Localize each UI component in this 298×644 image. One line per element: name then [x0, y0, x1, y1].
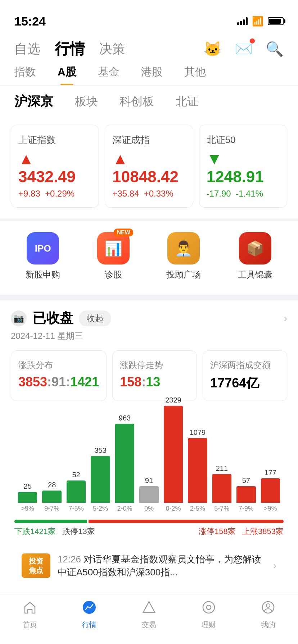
news-tag: 投资焦点: [22, 553, 50, 578]
stats-row: 涨跌分布 3853:91:1421 涨跌停走势 158:13 沪深两指成交额 1…: [11, 350, 287, 401]
index-section: 上证指数 ▲ 3432.49 +9.83 +0.29% 深证成指 ▲ 10848…: [0, 118, 298, 218]
bar-gt9-red: 177 >9%: [261, 469, 280, 512]
quick-zhengu[interactable]: 📊 NEW 诊股: [97, 232, 130, 280]
index-name-beizheng50: 北证50: [207, 134, 280, 146]
market-title: 已收盘: [32, 309, 73, 327]
market-chevron-icon[interactable]: ›: [284, 313, 287, 324]
svg-point-2: [203, 602, 215, 613]
top-nav: 自选 行情 决策 🐱 ✉️ 🔍: [0, 32, 298, 59]
bar-chart: 25 >9% 28 9-7% 52 7-5% 353 5-2% 963: [11, 412, 287, 537]
nav-icons: 🐱 ✉️ 🔍: [204, 41, 284, 58]
section-divider: [0, 295, 298, 300]
bottom-nav-mine[interactable]: 我的: [261, 600, 275, 630]
progress-labels: 下跌1421家 跌停13家 涨停158家 上涨3853家: [14, 526, 284, 537]
bars-area: 25 >9% 28 9-7% 52 7-5% 353 5-2% 963: [14, 412, 284, 512]
ipo-icon: IPO: [27, 232, 59, 264]
index-change-shangzheng: +9.83 +0.29%: [18, 189, 91, 199]
mail-badge: [250, 38, 255, 43]
market-nav-icon: [82, 600, 96, 618]
stat-volume-value: 17764亿: [210, 374, 280, 392]
trade-icon: [142, 600, 156, 618]
tab-agu[interactable]: A股: [58, 65, 76, 85]
market-title-row: 📷 已收盘 收起: [11, 309, 111, 327]
mail-icon[interactable]: ✉️: [235, 41, 253, 58]
bar-2-5-red: 1079 2-5%: [188, 428, 207, 512]
progress-green: [14, 520, 87, 523]
progress-red: [89, 520, 284, 523]
stat-trend[interactable]: 涨跌停走势 158:13: [112, 350, 197, 401]
nav-juece[interactable]: 决策: [99, 40, 125, 58]
market-nav-label: 行情: [82, 620, 96, 630]
news-banner[interactable]: 投资焦点 12:26 对话华夏基金指数观察员文怡亭，为您解读中证A500指数和沪…: [11, 544, 287, 588]
quick-gongju[interactable]: 📦 工具锦囊: [238, 232, 272, 280]
market-header: 📷 已收盘 收起 ›: [11, 309, 287, 327]
status-bar: 15:24 📶: [0, 0, 298, 32]
home-label: 首页: [23, 620, 37, 630]
bar-2-0-green: 963 2-0%: [115, 414, 134, 512]
search-icon[interactable]: 🔍: [266, 41, 284, 58]
news-arrow-icon[interactable]: ›: [273, 560, 276, 571]
cat-icon[interactable]: 🐱: [204, 41, 222, 58]
stat-trend-value: 158:13: [120, 374, 189, 390]
main-tabs: 指数 A股 基金 港股 其他: [0, 59, 298, 86]
nav-zixuan[interactable]: 自选: [14, 40, 40, 58]
stat-distribution-value: 3853:91:1421: [18, 374, 99, 390]
svg-marker-1: [143, 602, 155, 612]
bottom-nav-trade[interactable]: 交易: [142, 600, 156, 630]
mine-icon: [261, 600, 275, 618]
bar-gt9-green: 25 >9%: [18, 482, 37, 512]
stat-trend-label: 涨跌停走势: [120, 359, 189, 371]
zhengu-icon: 📊 NEW: [97, 232, 130, 264]
market-icon: 📷: [11, 310, 27, 326]
index-cards: 上证指数 ▲ 3432.49 +9.83 +0.29% 深证成指 ▲ 10848…: [11, 125, 287, 208]
tab-qita[interactable]: 其他: [184, 65, 206, 85]
licai-icon: [202, 600, 216, 618]
nav-links: 自选 行情 决策: [14, 39, 125, 59]
progress-section: 下跌1421家 跌停13家 涨停158家 上涨3853家: [14, 520, 284, 537]
subtab-bankuai[interactable]: 板块: [75, 94, 98, 110]
subtab-kechuang[interactable]: 科创板: [119, 94, 154, 110]
bottom-nav-home[interactable]: 首页: [23, 600, 37, 630]
home-icon: [23, 600, 37, 618]
wifi-icon: 📶: [252, 16, 263, 27]
stat-volume-label: 沪深两指成交额: [210, 359, 280, 371]
mine-label: 我的: [261, 620, 275, 630]
stat-distribution[interactable]: 涨跌分布 3853:91:1421: [11, 350, 107, 401]
index-card-shenzhen[interactable]: 深证成指 ▲ 10848.42 +35.84 +0.33%: [105, 125, 193, 208]
status-icons: 📶: [237, 16, 284, 27]
index-value-beizheng50: ▼ 1248.91: [207, 150, 280, 186]
licai-label: 理财: [202, 620, 216, 630]
signal-icon: [237, 17, 248, 25]
index-card-beizheng50[interactable]: 北证50 ▼ 1248.91 -17.90 -1.41%: [199, 125, 287, 208]
market-date: 2024-12-11 星期三: [11, 330, 287, 342]
index-change-beizheng50: -17.90 -1.41%: [207, 189, 280, 199]
bar-7-9-red: 57 7-9%: [236, 477, 256, 512]
stat-volume[interactable]: 沪深两指成交额 17764亿: [203, 350, 287, 401]
stat-distribution-label: 涨跌分布: [18, 359, 99, 371]
progress-label-left: 下跌1421家 跌停13家: [14, 526, 95, 537]
bottom-nav-market[interactable]: 行情: [82, 600, 96, 630]
quick-touwen[interactable]: 👨‍💼 投顾广场: [166, 232, 201, 280]
tab-zhishu[interactable]: 指数: [14, 65, 36, 85]
subtab-beizheng[interactable]: 北证: [176, 94, 199, 110]
nav-hangqing[interactable]: 行情: [55, 39, 85, 59]
bar-5-2-green: 353 5-2%: [91, 446, 110, 512]
bar-7-5-green: 52 7-5%: [67, 471, 86, 512]
svg-point-5: [266, 604, 270, 607]
sub-tabs: 沪深京 板块 科创板 北证: [0, 86, 298, 118]
tab-jijin[interactable]: 基金: [98, 65, 119, 85]
touwen-label: 投顾广场: [166, 269, 201, 280]
gongju-icon: 📦: [239, 232, 271, 264]
index-card-shangzheng[interactable]: 上证指数 ▲ 3432.49 +9.83 +0.29%: [11, 125, 99, 208]
bar-0-gray: 91 0%: [139, 477, 158, 512]
bottom-nav-licai[interactable]: 理财: [202, 600, 216, 630]
svg-point-3: [207, 605, 211, 610]
collapse-button[interactable]: 收起: [79, 310, 111, 326]
quick-icons: IPO 新股申购 📊 NEW 诊股 👨‍💼 投顾广场 📦 工具锦囊: [0, 221, 298, 295]
quick-ipo[interactable]: IPO 新股申购: [26, 232, 60, 280]
index-value-shenzhen: ▲ 10848.42: [112, 150, 185, 186]
subtab-hushen[interactable]: 沪深京: [14, 93, 53, 110]
new-badge: NEW: [114, 229, 133, 236]
battery-icon: [268, 17, 284, 25]
tab-ganggu[interactable]: 港股: [141, 65, 163, 85]
